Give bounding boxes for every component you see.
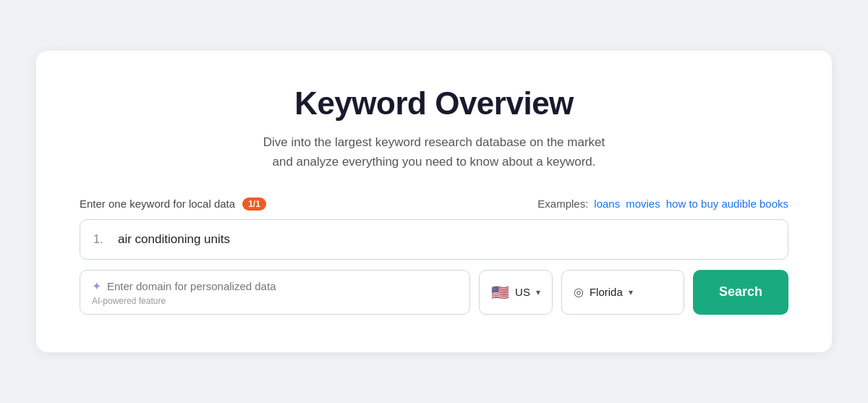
- example-link-movies[interactable]: movies: [626, 198, 660, 210]
- main-card: Keyword Overview Dive into the largest k…: [36, 51, 832, 352]
- page-title: Keyword Overview: [80, 85, 788, 122]
- location-icon: ◎: [574, 285, 584, 299]
- bottom-row: ✦ AI-powered feature 🇺🇸 US ▾ ◎ Florida ▾…: [80, 270, 788, 315]
- location-label: Florida: [590, 286, 623, 298]
- location-chevron-icon: ▾: [629, 287, 633, 297]
- keyword-input[interactable]: [118, 232, 775, 247]
- location-dropdown[interactable]: ◎ Florida ▾: [561, 270, 684, 315]
- enter-keyword-label: Enter one keyword for local data: [80, 198, 235, 210]
- country-chevron-icon: ▾: [536, 287, 540, 297]
- country-dropdown[interactable]: 🇺🇸 US ▾: [479, 270, 553, 315]
- country-label: US: [515, 286, 530, 298]
- country-flag: 🇺🇸: [491, 284, 509, 301]
- domain-input[interactable]: [107, 280, 458, 292]
- keyword-number: 1.: [93, 233, 108, 246]
- ai-powered-label: AI-powered feature: [92, 296, 458, 306]
- label-row: Enter one keyword for local data 1/1 Exa…: [80, 198, 788, 211]
- search-button[interactable]: Search: [693, 270, 788, 315]
- domain-input-inner: ✦: [92, 279, 458, 293]
- keyword-input-wrapper: 1.: [80, 219, 788, 260]
- subtitle: Dive into the largest keyword research d…: [80, 133, 788, 171]
- examples-row: Examples: loans movies how to buy audibl…: [537, 198, 788, 210]
- examples-prefix: Examples:: [537, 198, 588, 210]
- domain-input-wrapper: ✦ AI-powered feature: [80, 270, 470, 315]
- keyword-count-badge: 1/1: [242, 198, 266, 211]
- sparkle-icon: ✦: [92, 279, 101, 293]
- example-link-loans[interactable]: loans: [594, 198, 620, 210]
- label-left: Enter one keyword for local data 1/1: [80, 198, 266, 211]
- example-link-audible[interactable]: how to buy audible books: [666, 198, 788, 210]
